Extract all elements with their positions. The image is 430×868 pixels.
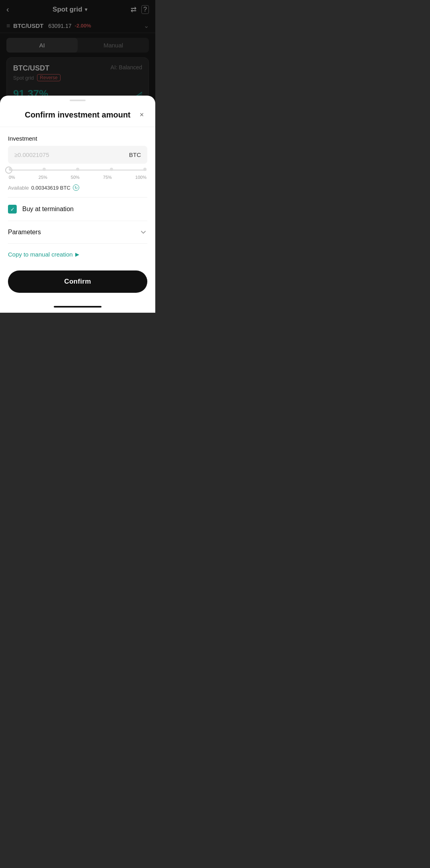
parameters-row[interactable]: Parameters [8, 221, 147, 244]
parameters-label: Parameters [8, 229, 41, 236]
available-label: Available [8, 185, 29, 191]
investment-currency: BTC [129, 151, 141, 158]
slider-label-75[interactable]: 75% [103, 175, 112, 180]
home-bar [54, 306, 102, 308]
close-icon: × [140, 111, 144, 119]
sheet-body: Investment ≥0.00021075 BTC 0% 25% 50% [0, 127, 155, 266]
sheet-header: Confirm investment amount × [0, 101, 155, 127]
buy-termination-label: Buy at termination [22, 206, 74, 213]
buy-termination-row[interactable]: ✓ Buy at termination [8, 198, 147, 221]
confirm-button[interactable]: Confirm [8, 270, 147, 293]
slider-label-100[interactable]: 100% [135, 175, 147, 180]
investment-input-row[interactable]: ≥0.00021075 BTC [8, 146, 147, 164]
copy-manual-row[interactable]: Copy to manual creation ▶ [8, 244, 147, 266]
bottom-sheet: Confirm investment amount × Investment ≥… [0, 96, 155, 313]
slider-dots [9, 168, 147, 171]
available-row: Available 0.00343619 BTC ↻ [8, 184, 147, 198]
home-indicator [0, 301, 155, 313]
slider-dot-100 [143, 168, 147, 171]
investment-label: Investment [8, 135, 147, 142]
slider-dot-50 [76, 168, 79, 171]
slider-label-50[interactable]: 50% [71, 175, 80, 180]
copy-manual-link[interactable]: Copy to manual creation ▶ [8, 251, 147, 258]
buy-termination-checkbox[interactable]: ✓ [8, 205, 17, 214]
refresh-icon[interactable]: ↻ [73, 184, 79, 191]
chevron-down-icon [139, 228, 147, 236]
slider-label-0[interactable]: 0% [9, 175, 15, 180]
slider-label-25[interactable]: 25% [39, 175, 47, 180]
investment-input-placeholder: ≥0.00021075 [14, 151, 129, 158]
sheet-title: Confirm investment amount [19, 110, 136, 120]
slider-labels: 0% 25% 50% 75% 100% [9, 175, 147, 180]
close-button[interactable]: × [136, 109, 147, 120]
slider-container[interactable]: 0% 25% 50% 75% 100% [8, 169, 147, 180]
slider-dot-25 [43, 168, 46, 171]
confirm-btn-container: Confirm [0, 266, 155, 301]
confirm-label: Confirm [64, 278, 91, 285]
copy-arrow-icon: ▶ [75, 251, 79, 257]
copy-manual-label: Copy to manual creation [8, 251, 73, 258]
available-value: 0.00343619 BTC [31, 185, 70, 191]
slider-dot-75 [110, 168, 113, 171]
checkmark-icon: ✓ [10, 207, 15, 212]
slider-dot-0 [9, 168, 12, 171]
